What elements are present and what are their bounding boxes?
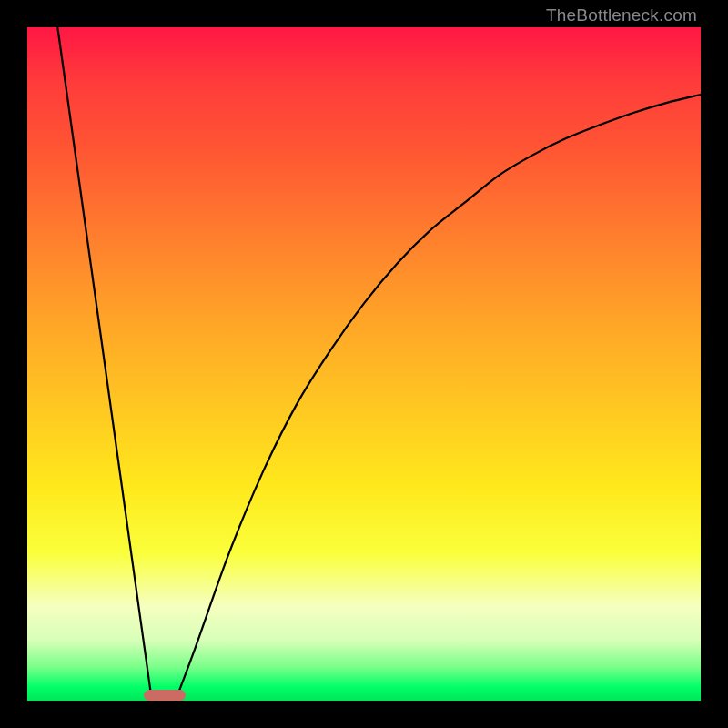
chart-curve-svg bbox=[27, 27, 701, 701]
minimum-marker bbox=[144, 690, 186, 701]
watermark-text: TheBottleneck.com bbox=[546, 5, 697, 25]
curve-left-path bbox=[57, 27, 152, 701]
curve-right-path bbox=[176, 95, 701, 701]
chart-plot-area bbox=[27, 27, 701, 701]
